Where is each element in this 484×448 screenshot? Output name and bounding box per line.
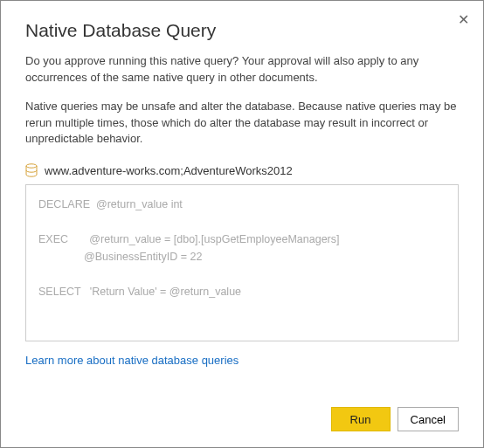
- button-row: Run Cancel: [331, 407, 459, 431]
- close-icon: ✕: [458, 12, 469, 27]
- source-row: www.adventure-works.com;AdventureWorks20…: [25, 163, 459, 177]
- dialog-title: Native Database Query: [25, 20, 459, 41]
- dialog-description-2: Native queries may be unsafe and alter t…: [25, 99, 459, 148]
- dialog-description-1: Do you approve running this native query…: [25, 53, 459, 86]
- close-button[interactable]: ✕: [454, 8, 473, 31]
- source-text: www.adventure-works.com;AdventureWorks20…: [45, 164, 293, 177]
- query-preview: DECLARE @return_value int EXEC @return_v…: [25, 184, 459, 341]
- learn-more-link[interactable]: Learn more about native database queries: [25, 354, 239, 367]
- cancel-button[interactable]: Cancel: [398, 407, 459, 431]
- dialog-content: Native Database Query Do you approve run…: [1, 1, 483, 383]
- run-button[interactable]: Run: [331, 407, 391, 431]
- database-icon: [25, 163, 38, 177]
- svg-point-0: [26, 164, 37, 168]
